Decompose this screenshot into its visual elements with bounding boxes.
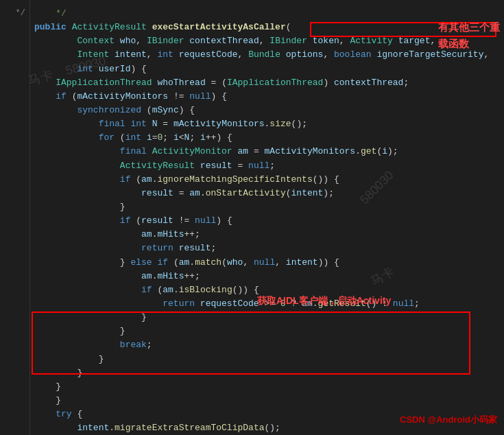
line-numbers: */	[0, 0, 30, 435]
code-container: */	[0, 0, 504, 435]
annotation-overload: 有其他三个重载函数	[438, 19, 500, 52]
code-content: */ public ActivityResult execStartActivi…	[34, 7, 497, 435]
annotation-aidl: 获取AIDL客户端，启动Activity	[257, 294, 391, 309]
csdn-label: CSDN @Android小码家	[400, 413, 497, 427]
